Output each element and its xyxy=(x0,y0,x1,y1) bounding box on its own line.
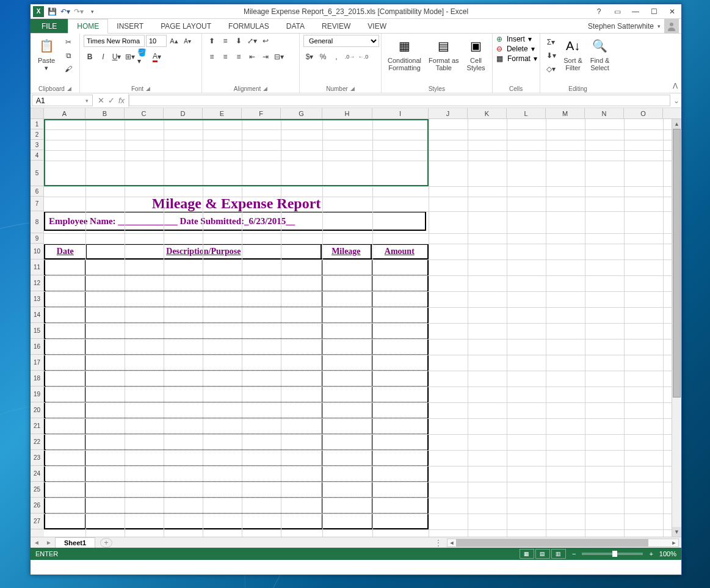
sort-filter-button[interactable]: A↓Sort & Filter xyxy=(561,35,585,73)
row-header-22[interactable]: 22 xyxy=(31,434,44,450)
scroll-down-icon[interactable]: ▼ xyxy=(672,527,681,537)
conditional-formatting-button[interactable]: ▦Conditional Formatting xyxy=(385,35,424,73)
border-icon[interactable]: ⊞▾ xyxy=(124,51,136,63)
row-header-17[interactable]: 17 xyxy=(31,355,44,371)
wrap-text-icon[interactable]: ↩ xyxy=(259,35,272,47)
scroll-up-icon[interactable]: ▲ xyxy=(672,119,681,129)
row-header-19[interactable]: 19 xyxy=(31,387,44,402)
select-all-corner[interactable] xyxy=(31,108,44,118)
close-icon[interactable]: ✕ xyxy=(663,5,681,18)
fill-color-icon[interactable]: 🪣▾ xyxy=(137,51,150,63)
tab-split-icon[interactable]: ⋮ xyxy=(435,539,442,547)
row-header-6[interactable]: 6 xyxy=(31,186,44,197)
format-painter-icon[interactable]: 🖌 xyxy=(62,63,74,75)
row-header-8[interactable]: 8 xyxy=(31,211,44,233)
row-header-16[interactable]: 16 xyxy=(31,339,44,355)
align-right-icon[interactable]: ≡ xyxy=(233,51,245,63)
row-header-2[interactable]: 2 xyxy=(31,129,44,140)
paste-button[interactable]: 📋 Paste▾ xyxy=(34,35,59,73)
tab-data[interactable]: DATA xyxy=(278,19,313,33)
col-header-L[interactable]: L xyxy=(507,108,546,118)
merge-icon[interactable]: ⊟▾ xyxy=(273,51,285,63)
currency-icon[interactable]: $▾ xyxy=(303,51,316,63)
align-center-icon[interactable]: ≡ xyxy=(219,51,231,63)
enter-formula-icon[interactable]: ✓ xyxy=(108,96,115,105)
font-launcher-icon[interactable]: ◢ xyxy=(146,85,150,92)
row-header-21[interactable]: 21 xyxy=(31,418,44,434)
maximize-icon[interactable]: ☐ xyxy=(645,5,663,18)
align-middle-icon[interactable]: ≡ xyxy=(219,35,231,47)
cancel-formula-icon[interactable]: ✕ xyxy=(98,96,104,105)
bold-button[interactable]: B xyxy=(84,51,96,63)
normal-view-icon[interactable]: ▦ xyxy=(520,549,534,559)
tab-view[interactable]: VIEW xyxy=(359,19,395,33)
copy-icon[interactable]: ⧉ xyxy=(62,49,74,62)
col-header-D[interactable]: D xyxy=(164,108,203,118)
row-header-7[interactable]: 7 xyxy=(31,197,44,211)
scroll-left-icon[interactable]: ◄ xyxy=(447,540,456,546)
zoom-in-icon[interactable]: + xyxy=(649,550,653,557)
font-size-select[interactable] xyxy=(146,35,167,47)
row-header-5[interactable]: 5 xyxy=(31,161,44,186)
scroll-thumb-vertical[interactable] xyxy=(673,129,681,397)
number-launcher-icon[interactable]: ◢ xyxy=(350,85,355,92)
decrease-font-icon[interactable]: A▾ xyxy=(181,35,194,47)
sheet-nav-prev-icon[interactable]: ◄ xyxy=(31,539,43,546)
col-header-F[interactable]: F xyxy=(242,108,281,118)
align-bottom-icon[interactable]: ⬇ xyxy=(233,35,245,47)
col-header-E[interactable]: E xyxy=(203,108,242,118)
vertical-scrollbar[interactable]: ▲ ▼ xyxy=(672,119,681,537)
row-header-10[interactable]: 10 xyxy=(31,244,44,260)
decrease-indent-icon[interactable]: ⇤ xyxy=(246,51,258,63)
expand-formula-icon[interactable]: ⌄ xyxy=(672,93,681,107)
sheet-tab-sheet1[interactable]: Sheet1 xyxy=(55,537,95,548)
insert-button[interactable]: ⊕ Insert ▾ xyxy=(496,35,536,43)
row-header-9[interactable]: 9 xyxy=(31,233,44,244)
autosum-icon[interactable]: Σ▾ xyxy=(545,36,557,48)
clear-icon[interactable]: ◇▾ xyxy=(545,63,557,75)
undo-icon[interactable]: ↶▾ xyxy=(60,6,71,17)
add-sheet-icon[interactable]: + xyxy=(100,538,112,548)
cut-icon[interactable]: ✂ xyxy=(62,36,74,48)
col-header-J[interactable]: J xyxy=(429,108,468,118)
cell-styles-button[interactable]: ▣Cell Styles xyxy=(464,35,488,73)
tab-formulas[interactable]: FORMULAS xyxy=(220,19,278,33)
tab-home[interactable]: HOME xyxy=(68,19,108,34)
spreadsheet-grid[interactable]: ABCDEFGHIJKLMNO 123456789101112131415161… xyxy=(31,108,681,537)
align-left-icon[interactable]: ≡ xyxy=(206,51,218,63)
find-select-button[interactable]: 🔍Find & Select xyxy=(588,35,612,73)
col-header-H[interactable]: H xyxy=(322,108,372,118)
page-layout-view-icon[interactable]: ▤ xyxy=(535,549,550,559)
col-header-A[interactable]: A xyxy=(44,108,85,118)
row-header-25[interactable]: 25 xyxy=(31,482,44,498)
col-header-N[interactable]: N xyxy=(585,108,624,118)
align-top-icon[interactable]: ⬆ xyxy=(206,35,218,47)
redo-icon[interactable]: ↷▾ xyxy=(73,6,84,17)
collapse-ribbon-icon[interactable]: ᐱ xyxy=(673,82,678,90)
col-header-O[interactable]: O xyxy=(624,108,663,118)
format-button[interactable]: ▦ Format ▾ xyxy=(496,54,536,63)
help-icon[interactable]: ? xyxy=(590,5,608,18)
formula-input[interactable] xyxy=(129,95,670,106)
decrease-decimal-icon[interactable]: ←.0 xyxy=(357,51,369,63)
col-header-K[interactable]: K xyxy=(468,108,507,118)
underline-button[interactable]: U▾ xyxy=(110,51,123,63)
col-header-G[interactable]: G xyxy=(281,108,322,118)
name-box[interactable]: A1▾ xyxy=(32,95,93,106)
save-icon[interactable]: 💾 xyxy=(46,6,57,17)
tab-review[interactable]: REVIEW xyxy=(313,19,359,33)
row-header-12[interactable]: 12 xyxy=(31,275,44,291)
col-header-I[interactable]: I xyxy=(372,108,429,118)
tab-file[interactable]: FILE xyxy=(31,19,68,33)
row-header-4[interactable]: 4 xyxy=(31,150,44,161)
ribbon-options-icon[interactable]: ▭ xyxy=(608,5,626,18)
row-header-3[interactable]: 3 xyxy=(31,140,44,150)
user-name[interactable]: Stephen Satterwhite xyxy=(588,22,654,31)
fx-icon[interactable]: fx xyxy=(118,96,125,105)
row-header-26[interactable]: 26 xyxy=(31,498,44,514)
user-avatar-icon[interactable] xyxy=(664,19,679,34)
increase-indent-icon[interactable]: ⇥ xyxy=(259,51,272,63)
qat-customize-icon[interactable]: ▾ xyxy=(87,6,98,17)
delete-button[interactable]: ⊖ Delete ▾ xyxy=(496,45,536,53)
col-header-M[interactable]: M xyxy=(546,108,585,118)
